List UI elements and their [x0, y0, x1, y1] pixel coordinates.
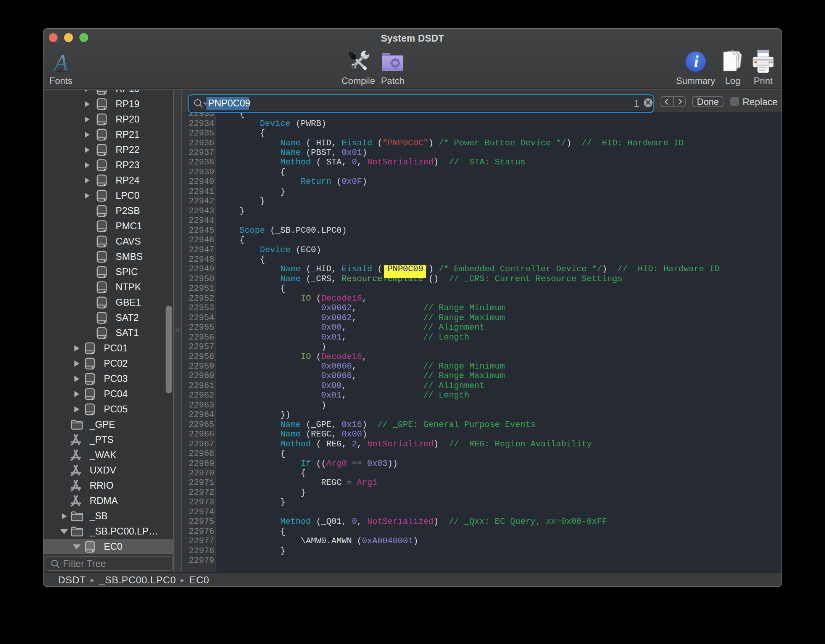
svg-text:A: A	[52, 52, 69, 73]
svg-text:i: i	[694, 52, 699, 71]
